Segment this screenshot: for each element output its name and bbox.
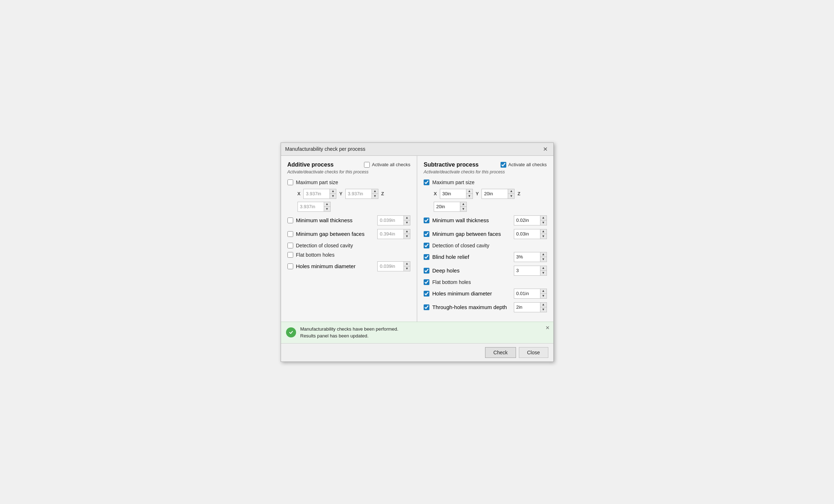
additive-flat-bottom-checkbox[interactable] <box>287 252 293 258</box>
additive-z-label: Z <box>381 191 384 196</box>
additive-max-part-size-checkbox[interactable] <box>287 179 293 185</box>
additive-activate-all-label[interactable]: Activate all checks <box>372 162 410 167</box>
check-button[interactable]: Check <box>485 347 516 358</box>
subtractive-y-value[interactable] <box>482 189 508 199</box>
subtractive-through-holes-up[interactable]: ▲ <box>540 303 547 308</box>
subtractive-through-holes-down[interactable]: ▼ <box>540 307 547 312</box>
additive-holes-min-down[interactable]: ▼ <box>404 266 410 271</box>
additive-y-value[interactable] <box>346 189 372 199</box>
additive-y-up[interactable]: ▲ <box>372 189 378 194</box>
additive-x-up[interactable]: ▲ <box>330 189 336 194</box>
subtractive-min-gap-input[interactable]: ▲ ▼ <box>514 229 547 239</box>
notification-close-button[interactable]: ✕ <box>545 325 550 331</box>
additive-y-label: Y <box>339 191 342 196</box>
subtractive-through-holes-value[interactable] <box>514 303 540 312</box>
additive-z-value[interactable] <box>298 202 324 211</box>
subtractive-y-up[interactable]: ▲ <box>508 189 514 194</box>
subtractive-blind-hole-input[interactable]: ▲ ▼ <box>514 252 547 262</box>
additive-z-spinners: ▲ ▼ <box>324 202 330 211</box>
additive-holes-min-input[interactable]: ▲ ▼ <box>377 261 410 271</box>
subtractive-blind-hole-up[interactable]: ▲ <box>540 252 547 257</box>
subtractive-x-input[interactable]: ▲ ▼ <box>440 189 473 199</box>
subtractive-deep-holes-spinners: ▲ ▼ <box>540 266 547 275</box>
subtractive-z-input[interactable]: ▲ ▼ <box>434 202 467 212</box>
additive-min-wall-up[interactable]: ▲ <box>404 216 410 221</box>
subtractive-min-wall-spinners: ▲ ▼ <box>540 216 547 225</box>
subtractive-blind-hole-checkbox[interactable] <box>424 254 429 260</box>
additive-min-gap-value[interactable] <box>378 229 404 239</box>
subtractive-min-wall-row: Minimum wall thickness ▲ ▼ <box>424 215 547 225</box>
subtractive-z-spinners: ▲ ▼ <box>460 202 466 211</box>
subtractive-blind-hole-value[interactable] <box>514 252 540 262</box>
close-button[interactable]: Close <box>519 347 548 358</box>
notification-line2: Results panel has been updated. <box>300 332 398 340</box>
subtractive-flat-bottom-label: Flat bottom holes <box>432 279 471 285</box>
additive-min-wall-label: Minimum wall thickness <box>296 217 353 223</box>
additive-z-input[interactable]: ▲ ▼ <box>298 202 331 212</box>
subtractive-holes-min-down[interactable]: ▼ <box>540 294 547 298</box>
subtractive-max-part-size-checkbox[interactable] <box>424 179 429 185</box>
subtractive-x-up[interactable]: ▲ <box>466 189 473 194</box>
additive-min-gap-checkbox[interactable] <box>287 231 293 237</box>
subtractive-x-value[interactable] <box>440 189 466 199</box>
additive-holes-min-checkbox[interactable] <box>287 263 293 269</box>
subtractive-min-gap-up[interactable]: ▲ <box>540 229 547 234</box>
subtractive-min-gap-down[interactable]: ▼ <box>540 234 547 239</box>
title-close-button[interactable]: ✕ <box>542 146 549 153</box>
additive-min-gap-input[interactable]: ▲ ▼ <box>377 229 410 239</box>
subtractive-through-holes-checkbox[interactable] <box>424 304 429 310</box>
subtractive-activate-all-checkbox[interactable] <box>501 162 506 168</box>
additive-activate-all-checkbox[interactable] <box>364 162 370 168</box>
additive-min-wall-down[interactable]: ▼ <box>404 220 410 225</box>
subtractive-flat-bottom-checkbox[interactable] <box>424 279 429 285</box>
additive-x-value[interactable] <box>304 189 330 199</box>
additive-holes-min-value[interactable] <box>378 262 404 271</box>
footer: Check Close <box>281 343 553 361</box>
subtractive-deep-holes-input[interactable]: ▲ ▼ <box>514 266 547 276</box>
subtractive-holes-min-input[interactable]: ▲ ▼ <box>514 289 547 299</box>
subtractive-holes-min-up[interactable]: ▲ <box>540 289 547 294</box>
additive-closed-cavity-checkbox[interactable] <box>287 243 293 248</box>
subtractive-closed-cavity-checkbox[interactable] <box>424 243 429 248</box>
additive-min-gap-up[interactable]: ▲ <box>404 229 410 234</box>
dialog-title: Manufacturability check per process <box>285 146 365 152</box>
subtractive-activate-all-label[interactable]: Activate all checks <box>508 162 547 167</box>
subtractive-y-input[interactable]: ▲ ▼ <box>481 189 515 199</box>
subtractive-min-wall-up[interactable]: ▲ <box>540 216 547 221</box>
subtractive-deep-holes-up[interactable]: ▲ <box>540 266 547 271</box>
additive-min-gap-row: Minimum gap between faces ▲ ▼ <box>287 229 411 239</box>
subtractive-min-wall-input[interactable]: ▲ ▼ <box>514 215 547 225</box>
additive-y-spinners: ▲ ▼ <box>372 189 378 199</box>
subtractive-z-value[interactable] <box>434 202 460 211</box>
subtractive-blind-hole-label: Blind hole relief <box>432 254 469 260</box>
subtractive-min-wall-checkbox[interactable] <box>424 218 429 223</box>
subtractive-through-holes-input[interactable]: ▲ ▼ <box>514 302 547 312</box>
additive-holes-min-up[interactable]: ▲ <box>404 262 410 267</box>
additive-x-input[interactable]: ▲ ▼ <box>303 189 336 199</box>
additive-min-wall-checkbox[interactable] <box>287 218 293 223</box>
subtractive-deep-holes-down[interactable]: ▼ <box>540 271 547 275</box>
subtractive-min-wall-value[interactable] <box>514 216 540 225</box>
additive-y-input[interactable]: ▲ ▼ <box>345 189 378 199</box>
additive-min-wall-input[interactable]: ▲ ▼ <box>377 215 410 225</box>
subtractive-holes-min-checkbox[interactable] <box>424 291 429 297</box>
subtractive-z-up[interactable]: ▲ <box>460 202 466 207</box>
subtractive-z-down[interactable]: ▼ <box>460 207 466 211</box>
subtractive-x-down[interactable]: ▼ <box>466 194 473 199</box>
additive-check-max-part-size: Maximum part size <box>287 179 411 185</box>
additive-y-down[interactable]: ▼ <box>372 194 378 199</box>
subtractive-min-gap-value[interactable] <box>514 229 540 239</box>
additive-flat-bottom-label: Flat bottom holes <box>296 252 335 258</box>
additive-x-down[interactable]: ▼ <box>330 194 336 199</box>
additive-z-up[interactable]: ▲ <box>324 202 330 207</box>
subtractive-min-wall-down[interactable]: ▼ <box>540 220 547 225</box>
subtractive-y-down[interactable]: ▼ <box>508 194 514 199</box>
additive-z-down[interactable]: ▼ <box>324 207 330 211</box>
additive-min-gap-down[interactable]: ▼ <box>404 234 410 239</box>
subtractive-holes-min-value[interactable] <box>514 289 540 298</box>
subtractive-blind-hole-down[interactable]: ▼ <box>540 257 547 262</box>
subtractive-min-gap-checkbox[interactable] <box>424 231 429 237</box>
additive-min-wall-value[interactable] <box>378 216 404 225</box>
subtractive-deep-holes-checkbox[interactable] <box>424 268 429 274</box>
subtractive-deep-holes-value[interactable] <box>514 266 540 275</box>
